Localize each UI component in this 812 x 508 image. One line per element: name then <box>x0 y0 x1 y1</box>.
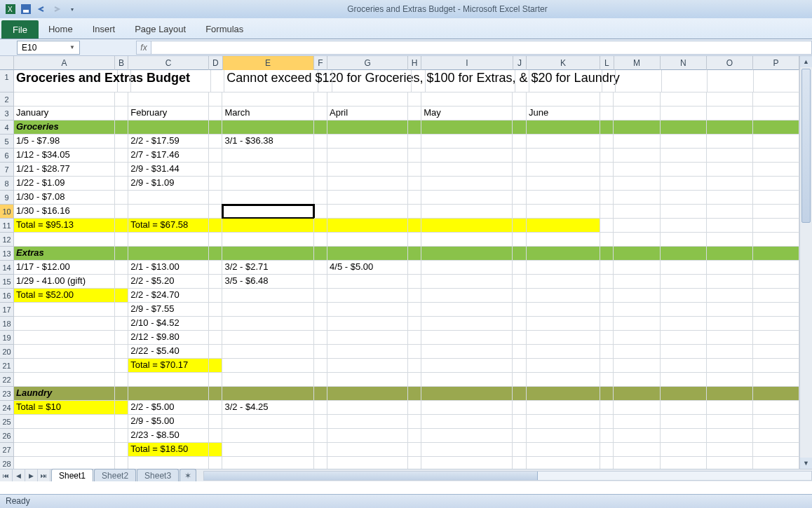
cell[interactable] <box>327 359 408 373</box>
cell[interactable] <box>332 70 412 92</box>
row-header-21[interactable]: 21 <box>0 359 14 373</box>
cell[interactable] <box>209 373 223 387</box>
cell[interactable] <box>614 373 660 387</box>
cell[interactable] <box>661 92 707 107</box>
cell[interactable] <box>408 415 422 429</box>
row-header-2[interactable]: 2 <box>0 92 14 107</box>
row-header-8[interactable]: 8 <box>0 177 14 191</box>
col-header-J[interactable]: J <box>513 56 527 70</box>
cell[interactable] <box>527 415 600 429</box>
cell[interactable] <box>600 261 614 275</box>
cell[interactable] <box>222 219 313 233</box>
cell[interactable] <box>115 401 129 415</box>
formula-bar[interactable] <box>151 41 812 55</box>
cell[interactable] <box>661 429 707 443</box>
cell[interactable] <box>707 261 753 275</box>
cell[interactable] <box>115 387 129 401</box>
cell[interactable] <box>327 205 408 219</box>
cell[interactable] <box>661 121 707 135</box>
select-all-corner[interactable] <box>0 56 14 70</box>
cell[interactable] <box>614 429 660 443</box>
cell[interactable] <box>222 359 313 373</box>
cell[interactable] <box>314 92 328 107</box>
cell[interactable] <box>115 233 129 247</box>
cell[interactable] <box>661 359 707 373</box>
cell[interactable] <box>408 317 422 331</box>
cell[interactable] <box>661 205 707 219</box>
cell[interactable] <box>527 247 600 261</box>
cell[interactable] <box>408 401 422 415</box>
cell[interactable] <box>115 163 129 177</box>
cell[interactable] <box>754 70 799 92</box>
cell[interactable]: 1/30 - $7.08 <box>14 191 115 205</box>
row-header-11[interactable]: 11 <box>0 219 14 233</box>
cell[interactable] <box>314 247 328 261</box>
cell[interactable]: 2/2 - $5.00 <box>128 401 209 415</box>
cell[interactable] <box>421 373 513 387</box>
cell[interactable] <box>753 121 799 135</box>
cell[interactable] <box>513 177 527 191</box>
cell[interactable] <box>115 373 129 387</box>
cell[interactable] <box>513 163 527 177</box>
cell[interactable] <box>421 317 513 331</box>
cell[interactable] <box>128 233 209 247</box>
cell[interactable] <box>14 415 115 429</box>
cell[interactable] <box>527 149 600 163</box>
cell[interactable] <box>421 247 513 261</box>
cell[interactable] <box>753 233 799 247</box>
cell[interactable] <box>661 177 707 191</box>
cell[interactable] <box>222 429 313 443</box>
cell[interactable] <box>209 233 223 247</box>
col-header-L[interactable]: L <box>600 56 614 70</box>
cell[interactable] <box>222 443 313 457</box>
cell[interactable] <box>707 387 753 401</box>
cell[interactable] <box>408 247 422 261</box>
cell[interactable] <box>14 359 115 373</box>
cell[interactable] <box>327 401 408 415</box>
cell[interactable] <box>209 317 223 331</box>
cell[interactable] <box>661 443 707 457</box>
cell[interactable] <box>128 121 209 135</box>
cell[interactable] <box>421 429 513 443</box>
col-header-P[interactable]: P <box>753 56 799 70</box>
cell[interactable] <box>600 415 614 429</box>
cell[interactable] <box>318 70 332 92</box>
cell[interactable] <box>209 163 223 177</box>
cell[interactable] <box>614 205 660 219</box>
cell[interactable] <box>222 317 313 331</box>
cell[interactable] <box>600 429 614 443</box>
cell[interactable] <box>614 415 660 429</box>
cell[interactable] <box>753 359 799 373</box>
row-header-6[interactable]: 6 <box>0 149 14 163</box>
cell[interactable] <box>408 345 422 359</box>
cell[interactable] <box>115 149 129 163</box>
file-tab[interactable]: File <box>1 20 39 39</box>
tab-home[interactable]: Home <box>39 20 83 39</box>
cell[interactable] <box>527 289 600 303</box>
cell[interactable] <box>408 205 422 219</box>
cell[interactable] <box>421 92 513 107</box>
cell[interactable] <box>408 359 422 373</box>
row-header-5[interactable]: 5 <box>0 135 14 149</box>
cell[interactable]: Cannot exceed $120 for Groceries, $100 f… <box>224 70 318 92</box>
row-header-27[interactable]: 27 <box>0 443 14 457</box>
cell[interactable]: 3/2 - $4.25 <box>222 401 313 415</box>
cell[interactable] <box>661 261 707 275</box>
cell[interactable] <box>408 219 422 233</box>
cell[interactable] <box>614 107 660 121</box>
cell[interactable] <box>513 107 527 121</box>
cell[interactable] <box>314 233 328 247</box>
cell[interactable] <box>209 177 223 191</box>
cell[interactable] <box>222 205 313 219</box>
col-header-F[interactable]: F <box>314 56 327 70</box>
cell[interactable] <box>14 303 115 317</box>
cell[interactable] <box>408 429 422 443</box>
cell[interactable] <box>222 373 313 387</box>
tab-formulas[interactable]: Formulas <box>196 20 253 39</box>
cell[interactable] <box>128 191 209 205</box>
cell[interactable] <box>421 401 513 415</box>
cell[interactable] <box>421 177 513 191</box>
cell[interactable] <box>128 92 209 107</box>
row-header-22[interactable]: 22 <box>0 373 14 387</box>
cell[interactable] <box>661 415 707 429</box>
